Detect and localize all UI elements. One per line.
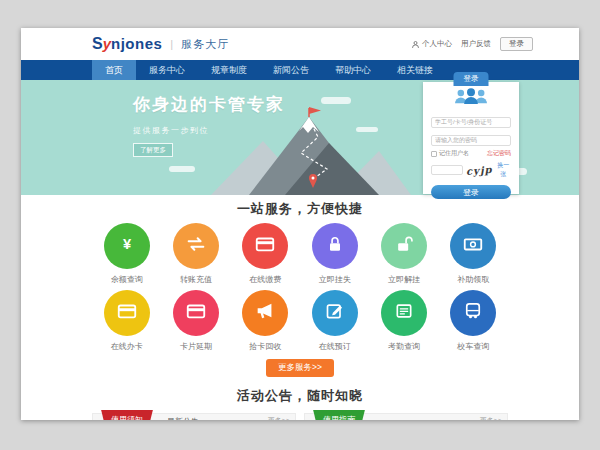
feedback-link[interactable]: 用户反馈 [461,39,491,49]
services-title: 一站服务，方便快捷 [21,200,579,218]
bus-icon [463,301,483,325]
yuan-icon: ¥ [116,233,138,259]
service-item[interactable]: 补助领取 [439,223,508,285]
nav-item[interactable]: 服务中心 [136,60,198,80]
announcement-tabs-left: 使用须知 最新公告 更多>> [92,413,296,420]
service-label: 考勤查询 [369,341,438,352]
service-label: 立即挂失 [300,274,369,285]
service-label: 卡片延期 [161,341,230,352]
site-header: S y njones | 服务大厅 个人中心 用户反馈 登录 [21,28,579,60]
remember-row: 记住用户名 忘记密码 [431,149,511,158]
nav-item[interactable]: 帮助中心 [322,60,384,80]
service-item[interactable]: 拾卡回收 [231,290,300,352]
announcements-title: 活动公告，随时知晓 [21,387,579,405]
banknote-icon [462,233,484,259]
login-submit-button[interactable]: 登录 [431,185,511,199]
login-tab[interactable]: 登录 [454,72,489,86]
service-item[interactable]: 在线缴费 [231,223,300,285]
card-icon [254,233,276,259]
announcements-section: 活动公告，随时知晓 使用须知 最新公告 更多>> 使用指南 更多>> [21,387,579,420]
service-item[interactable]: 校车查询 [439,290,508,352]
users-icon [452,88,490,104]
announcement-panels: 使用须知 最新公告 更多>> 使用指南 更多>> [92,413,508,420]
service-item[interactable]: 转账充值 [161,223,230,285]
service-item[interactable]: 卡片延期 [161,290,230,352]
person-icon [411,40,420,49]
hero-copy: 你身边的卡管专家 提供服务一步到位 了解更多 [133,93,285,157]
service-item[interactable]: ¥ 余额查询 [92,223,161,285]
service-label: 在线预订 [300,341,369,352]
logo[interactable]: S y njones [92,35,162,53]
hero-title: 你身边的卡管专家 [133,93,285,116]
tab-usage-notice[interactable]: 使用须知 [101,410,153,421]
captcha-row: cyjp 换一张 [431,161,511,179]
card-icon [116,300,138,326]
captcha-input[interactable] [431,165,463,175]
user-center-label: 个人中心 [422,39,452,49]
lock-icon [325,234,345,258]
unlock-icon [394,234,414,258]
header-right: 个人中心 用户反馈 登录 [411,37,533,51]
logo-text: S [92,35,103,53]
announcement-tabs-right: 使用指南 更多>> [304,413,508,420]
service-label: 转账充值 [161,274,230,285]
username-input[interactable] [431,117,511,128]
tab-usage-guide[interactable]: 使用指南 [313,410,365,421]
services-grid: ¥ 余额查询 转账充值 在线缴费 [92,223,508,357]
more-link-left[interactable]: 更多>> [268,416,290,420]
nav-item[interactable]: 规章制度 [198,60,260,80]
hero-subtitle: 提供服务一步到位 [133,125,285,136]
card-icon [185,300,207,326]
service-label: 校车查询 [439,341,508,352]
service-item[interactable]: 考勤查询 [369,290,438,352]
logo-text-rest: njones [111,35,162,52]
svg-text:¥: ¥ [123,236,132,252]
remember-label: 记住用户名 [439,149,469,158]
service-label: 补助领取 [439,274,508,285]
nav-item[interactable]: 新闻公告 [260,60,322,80]
service-label: 在线缴费 [231,274,300,285]
service-item[interactable]: 在线办卡 [92,290,161,352]
nav-item[interactable]: 相关链接 [384,60,446,80]
service-item[interactable]: 在线预订 [300,290,369,352]
service-item[interactable]: 立即解挂 [369,223,438,285]
services-section: 一站服务，方便快捷 ¥ 余额查询 转账充值 [21,195,579,377]
more-services-button[interactable]: 更多服务>> [266,359,334,377]
forgot-password-link[interactable]: 忘记密码 [487,149,511,158]
list-icon [394,301,414,325]
site-name: 服务大厅 [181,37,229,52]
cloud-icon [321,97,351,104]
announcement-panel-right: 使用指南 更多>> [304,413,508,420]
cloud-icon [169,166,195,172]
nav-item[interactable]: 首页 [92,60,136,80]
service-label: 在线办卡 [92,341,161,352]
nav-items: 首页 服务中心 规章制度 新闻公告 帮助中心 相关链接 [92,60,508,80]
captcha-refresh-link[interactable]: 换一张 [496,161,511,179]
service-label: 立即解挂 [369,274,438,285]
main-nav: 首页 服务中心 规章制度 新闻公告 帮助中心 相关链接 [21,60,579,80]
transfer-icon [185,233,207,259]
captcha-image: cyjp [466,164,493,177]
tab-latest-announcements[interactable]: 最新公告 [167,416,199,421]
logo-divider: | [170,38,173,50]
page: S y njones | 服务大厅 个人中心 用户反馈 登录 首页 服务中心 规… [21,28,579,420]
edit-icon [325,301,345,325]
header-login-button[interactable]: 登录 [500,37,533,51]
login-card: 登录 记住用户名 忘记密码 cyjp 换一张 登录 [423,82,519,194]
logo-accent-swoosh-icon: y [103,35,111,52]
service-item[interactable]: 立即挂失 [300,223,369,285]
service-label: 余额查询 [92,274,161,285]
remember-checkbox[interactable] [431,151,437,157]
feedback-label: 用户反馈 [461,39,491,49]
announcement-panel-left: 使用须知 最新公告 更多>> [92,413,296,420]
more-link-right[interactable]: 更多>> [480,416,502,420]
user-center-link[interactable]: 个人中心 [411,39,452,49]
hero-cta-button[interactable]: 了解更多 [133,143,173,157]
megaphone-icon [254,300,276,326]
service-label: 拾卡回收 [231,341,300,352]
password-input[interactable] [431,135,511,146]
